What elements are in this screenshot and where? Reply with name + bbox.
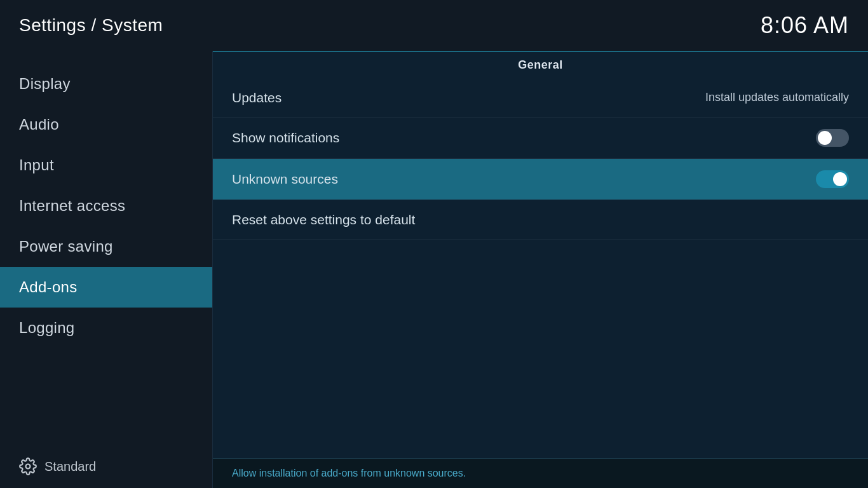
sidebar-item-audio[interactable]: Audio xyxy=(0,104,212,145)
section-header: General xyxy=(213,51,868,78)
main-layout: DisplayAudioInputInternet accessPower sa… xyxy=(0,51,868,488)
setting-row-unknown-sources[interactable]: Unknown sources xyxy=(213,159,868,200)
setting-value-updates: Install updates automatically xyxy=(705,91,849,104)
toggle-knob-show-notifications xyxy=(818,131,832,145)
content-area: General UpdatesInstall updates automatic… xyxy=(213,51,868,488)
setting-row-reset-settings[interactable]: Reset above settings to default xyxy=(213,200,868,240)
setting-label-reset-settings: Reset above settings to default xyxy=(232,212,415,227)
toggle-unknown-sources[interactable] xyxy=(816,170,849,188)
header: Settings / System 8:06 AM xyxy=(0,0,868,51)
sidebar-item-internet-access[interactable]: Internet access xyxy=(0,186,212,226)
settings-list: UpdatesInstall updates automaticallyShow… xyxy=(213,78,868,458)
setting-label-updates: Updates xyxy=(232,90,281,105)
toggle-show-notifications[interactable] xyxy=(816,129,849,147)
sidebar-item-input[interactable]: Input xyxy=(0,145,212,186)
sidebar-footer[interactable]: Standard xyxy=(0,445,212,488)
toggle-knob-unknown-sources xyxy=(833,172,847,186)
sidebar: DisplayAudioInputInternet accessPower sa… xyxy=(0,51,213,488)
gear-icon xyxy=(19,458,37,475)
settings-level-label: Standard xyxy=(44,459,96,474)
sidebar-item-logging[interactable]: Logging xyxy=(0,308,212,348)
setting-label-show-notifications: Show notifications xyxy=(232,130,339,146)
setting-label-unknown-sources: Unknown sources xyxy=(232,172,338,187)
section-title: General xyxy=(518,58,563,71)
svg-point-0 xyxy=(26,464,31,469)
content-footer: Allow installation of add-ons from unkno… xyxy=(213,458,868,488)
sidebar-nav: DisplayAudioInputInternet accessPower sa… xyxy=(0,51,212,348)
footer-hint: Allow installation of add-ons from unkno… xyxy=(232,468,466,478)
sidebar-item-power-saving[interactable]: Power saving xyxy=(0,226,212,267)
page-title: Settings / System xyxy=(19,15,163,36)
clock: 8:06 AM xyxy=(761,12,849,39)
setting-row-show-notifications[interactable]: Show notifications xyxy=(213,118,868,159)
sidebar-item-add-ons[interactable]: Add-ons xyxy=(0,267,212,308)
setting-row-updates[interactable]: UpdatesInstall updates automatically xyxy=(213,78,868,118)
sidebar-item-display[interactable]: Display xyxy=(0,64,212,104)
